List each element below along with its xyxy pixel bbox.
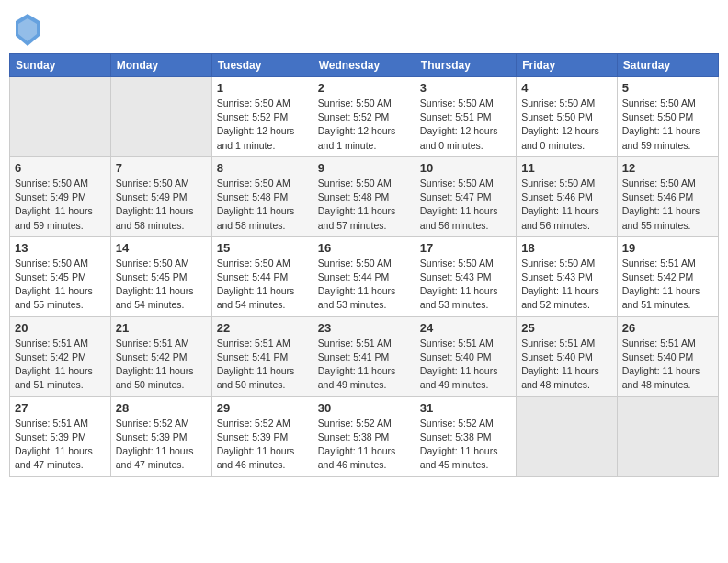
- day-number: 15: [217, 241, 308, 255]
- day-number: 7: [116, 161, 207, 175]
- day-number: 3: [420, 81, 511, 95]
- day-info: Sunrise: 5:50 AMSunset: 5:49 PMDaylight:…: [15, 177, 106, 233]
- day-cell: 17Sunrise: 5:50 AMSunset: 5:43 PMDayligh…: [415, 236, 516, 316]
- day-cell: 10Sunrise: 5:50 AMSunset: 5:47 PMDayligh…: [415, 156, 516, 236]
- day-cell: 8Sunrise: 5:50 AMSunset: 5:48 PMDaylight…: [211, 156, 313, 236]
- day-number: 29: [217, 401, 308, 415]
- day-info: Sunrise: 5:51 AMSunset: 5:40 PMDaylight:…: [420, 337, 511, 393]
- day-number: 1: [217, 81, 308, 95]
- day-cell: 5Sunrise: 5:50 AMSunset: 5:50 PMDaylight…: [617, 77, 718, 157]
- day-info: Sunrise: 5:50 AMSunset: 5:49 PMDaylight:…: [116, 177, 207, 233]
- day-number: 25: [521, 321, 612, 335]
- day-number: 27: [15, 401, 106, 415]
- day-info: Sunrise: 5:50 AMSunset: 5:50 PMDaylight:…: [622, 97, 713, 153]
- day-number: 20: [15, 321, 106, 335]
- day-number: 24: [420, 321, 511, 335]
- day-cell: 21Sunrise: 5:51 AMSunset: 5:42 PMDayligh…: [110, 316, 211, 396]
- day-info: Sunrise: 5:50 AMSunset: 5:45 PMDaylight:…: [116, 257, 207, 313]
- day-cell: 6Sunrise: 5:50 AMSunset: 5:49 PMDaylight…: [10, 156, 111, 236]
- weekday-header-sunday: Sunday: [10, 54, 111, 77]
- day-info: Sunrise: 5:50 AMSunset: 5:52 PMDaylight:…: [318, 97, 410, 153]
- week-row-1: 1Sunrise: 5:50 AMSunset: 5:52 PMDaylight…: [10, 77, 719, 157]
- day-cell: 24Sunrise: 5:51 AMSunset: 5:40 PMDayligh…: [415, 316, 516, 396]
- week-row-2: 6Sunrise: 5:50 AMSunset: 5:49 PMDaylight…: [10, 156, 719, 236]
- day-cell: 27Sunrise: 5:51 AMSunset: 5:39 PMDayligh…: [10, 396, 111, 477]
- day-info: Sunrise: 5:50 AMSunset: 5:43 PMDaylight:…: [521, 257, 612, 313]
- day-cell: 11Sunrise: 5:50 AMSunset: 5:46 PMDayligh…: [517, 156, 618, 236]
- page-header: [9, 9, 719, 46]
- weekday-header-friday: Friday: [517, 54, 618, 77]
- day-info: Sunrise: 5:50 AMSunset: 5:44 PMDaylight:…: [217, 257, 308, 313]
- day-cell: 29Sunrise: 5:52 AMSunset: 5:39 PMDayligh…: [211, 396, 313, 477]
- day-number: 21: [116, 321, 207, 335]
- day-number: 19: [622, 241, 713, 255]
- day-cell: 9Sunrise: 5:50 AMSunset: 5:48 PMDaylight…: [313, 156, 415, 236]
- day-cell: [517, 396, 618, 477]
- day-info: Sunrise: 5:50 AMSunset: 5:50 PMDaylight:…: [521, 97, 612, 153]
- day-info: Sunrise: 5:50 AMSunset: 5:44 PMDaylight:…: [318, 257, 410, 313]
- day-number: 14: [116, 241, 207, 255]
- day-number: 5: [622, 81, 713, 95]
- day-info: Sunrise: 5:50 AMSunset: 5:43 PMDaylight:…: [420, 257, 511, 313]
- weekday-header-tuesday: Tuesday: [211, 54, 313, 77]
- day-cell: 14Sunrise: 5:50 AMSunset: 5:45 PMDayligh…: [110, 236, 211, 316]
- day-info: Sunrise: 5:51 AMSunset: 5:42 PMDaylight:…: [116, 337, 207, 393]
- day-cell: [617, 396, 718, 477]
- day-info: Sunrise: 5:51 AMSunset: 5:41 PMDaylight:…: [217, 337, 308, 393]
- day-info: Sunrise: 5:51 AMSunset: 5:42 PMDaylight:…: [622, 257, 713, 313]
- day-cell: 1Sunrise: 5:50 AMSunset: 5:52 PMDaylight…: [211, 77, 313, 157]
- day-number: 18: [521, 241, 612, 255]
- day-cell: 12Sunrise: 5:50 AMSunset: 5:46 PMDayligh…: [617, 156, 718, 236]
- weekday-header-row: SundayMondayTuesdayWednesdayThursdayFrid…: [10, 54, 719, 77]
- day-number: 4: [521, 81, 612, 95]
- day-info: Sunrise: 5:51 AMSunset: 5:40 PMDaylight:…: [521, 337, 612, 393]
- day-number: 13: [15, 241, 106, 255]
- day-number: 26: [622, 321, 713, 335]
- calendar-table: SundayMondayTuesdayWednesdayThursdayFrid…: [9, 53, 719, 477]
- day-cell: 16Sunrise: 5:50 AMSunset: 5:44 PMDayligh…: [313, 236, 415, 316]
- day-info: Sunrise: 5:51 AMSunset: 5:42 PMDaylight:…: [15, 337, 106, 393]
- day-number: 6: [15, 161, 106, 175]
- day-number: 23: [318, 321, 410, 335]
- day-number: 16: [318, 241, 410, 255]
- day-cell: 26Sunrise: 5:51 AMSunset: 5:40 PMDayligh…: [617, 316, 718, 396]
- day-cell: 20Sunrise: 5:51 AMSunset: 5:42 PMDayligh…: [10, 316, 111, 396]
- day-info: Sunrise: 5:50 AMSunset: 5:46 PMDaylight:…: [521, 177, 612, 233]
- day-info: Sunrise: 5:52 AMSunset: 5:38 PMDaylight:…: [318, 417, 410, 473]
- day-info: Sunrise: 5:50 AMSunset: 5:45 PMDaylight:…: [15, 257, 106, 313]
- day-info: Sunrise: 5:50 AMSunset: 5:48 PMDaylight:…: [318, 177, 410, 233]
- day-info: Sunrise: 5:50 AMSunset: 5:48 PMDaylight:…: [217, 177, 308, 233]
- day-info: Sunrise: 5:50 AMSunset: 5:51 PMDaylight:…: [420, 97, 511, 153]
- day-info: Sunrise: 5:51 AMSunset: 5:39 PMDaylight:…: [15, 417, 106, 473]
- day-info: Sunrise: 5:52 AMSunset: 5:39 PMDaylight:…: [116, 417, 207, 473]
- day-number: 30: [318, 401, 410, 415]
- day-number: 31: [420, 401, 511, 415]
- day-cell: 25Sunrise: 5:51 AMSunset: 5:40 PMDayligh…: [517, 316, 618, 396]
- week-row-5: 27Sunrise: 5:51 AMSunset: 5:39 PMDayligh…: [10, 396, 719, 477]
- day-cell: 13Sunrise: 5:50 AMSunset: 5:45 PMDayligh…: [10, 236, 111, 316]
- day-cell: 7Sunrise: 5:50 AMSunset: 5:49 PMDaylight…: [110, 156, 211, 236]
- day-number: 2: [318, 81, 410, 95]
- day-cell: 28Sunrise: 5:52 AMSunset: 5:39 PMDayligh…: [110, 396, 211, 477]
- day-info: Sunrise: 5:50 AMSunset: 5:47 PMDaylight:…: [420, 177, 511, 233]
- day-number: 11: [521, 161, 612, 175]
- day-cell: 31Sunrise: 5:52 AMSunset: 5:38 PMDayligh…: [415, 396, 516, 477]
- day-cell: [110, 77, 211, 157]
- day-cell: 18Sunrise: 5:50 AMSunset: 5:43 PMDayligh…: [517, 236, 618, 316]
- day-cell: 19Sunrise: 5:51 AMSunset: 5:42 PMDayligh…: [617, 236, 718, 316]
- day-number: 12: [622, 161, 713, 175]
- day-number: 8: [217, 161, 308, 175]
- day-number: 10: [420, 161, 511, 175]
- logo-icon: [14, 14, 41, 46]
- weekday-header-monday: Monday: [110, 54, 211, 77]
- week-row-3: 13Sunrise: 5:50 AMSunset: 5:45 PMDayligh…: [10, 236, 719, 316]
- day-info: Sunrise: 5:50 AMSunset: 5:52 PMDaylight:…: [217, 97, 308, 153]
- day-info: Sunrise: 5:51 AMSunset: 5:40 PMDaylight:…: [622, 337, 713, 393]
- week-row-4: 20Sunrise: 5:51 AMSunset: 5:42 PMDayligh…: [10, 316, 719, 396]
- day-cell: 30Sunrise: 5:52 AMSunset: 5:38 PMDayligh…: [313, 396, 415, 477]
- day-cell: [10, 77, 111, 157]
- day-cell: 23Sunrise: 5:51 AMSunset: 5:41 PMDayligh…: [313, 316, 415, 396]
- day-info: Sunrise: 5:50 AMSunset: 5:46 PMDaylight:…: [622, 177, 713, 233]
- logo: [14, 14, 45, 46]
- weekday-header-wednesday: Wednesday: [313, 54, 415, 77]
